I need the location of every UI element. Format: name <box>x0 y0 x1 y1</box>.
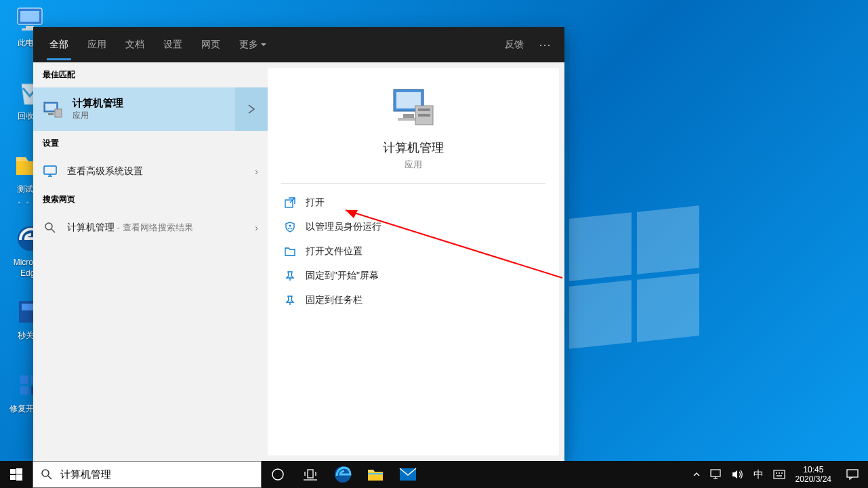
result-advanced-system-settings[interactable]: 查看高级系统设置 › <box>33 156 268 187</box>
search-input[interactable] <box>60 469 261 481</box>
result-computer-management[interactable]: 计算机管理 应用 <box>33 87 268 131</box>
open-icon <box>284 197 296 209</box>
shield-icon <box>284 221 296 233</box>
action-open-file-location[interactable]: 打开文件位置 <box>272 239 555 264</box>
chevron-right-icon: › <box>255 166 258 177</box>
result-web-search[interactable]: 计算机管理 - 查看网络搜索结果 › <box>33 212 268 243</box>
tray-ime-lang[interactable]: 中 <box>749 461 768 488</box>
action-run-as-admin[interactable]: 以管理员身份运行 <box>272 215 555 239</box>
category-web: 搜索网页 <box>33 187 268 212</box>
svg-rect-9 <box>20 386 28 394</box>
action-label: 固定到任务栏 <box>306 294 363 306</box>
search-icon <box>43 220 58 235</box>
svg-rect-48 <box>774 470 785 479</box>
pin-icon <box>284 270 296 282</box>
svg-rect-15 <box>44 166 56 174</box>
svg-line-19 <box>51 229 55 232</box>
action-open[interactable]: 打开 <box>272 190 555 215</box>
category-best-match: 最佳匹配 <box>33 62 268 87</box>
preview-actions: 打开 以管理员身份运行 打开文件位置 固定到"开始"屏幕 固定到任务栏 <box>268 184 559 319</box>
svg-rect-53 <box>847 470 858 477</box>
svg-point-28 <box>289 225 291 227</box>
feedback-button[interactable]: 反馈 <box>498 33 531 56</box>
svg-point-18 <box>45 223 52 230</box>
svg-rect-33 <box>10 475 16 480</box>
svg-rect-43 <box>368 473 383 474</box>
svg-point-37 <box>272 469 283 480</box>
svg-rect-32 <box>16 468 22 474</box>
preview-pane: 计算机管理 应用 打开 以管理员身份运行 打开文件位置 固定到 <box>268 68 559 455</box>
tab-docs[interactable]: 文档 <box>117 29 152 60</box>
svg-rect-7 <box>20 375 28 384</box>
search-tabs: 全部 应用 文档 设置 网页 更多 反馈 ⋯ <box>33 27 564 62</box>
taskbar-search[interactable] <box>33 461 262 488</box>
action-label: 打开文件位置 <box>306 245 363 258</box>
action-pin-to-start[interactable]: 固定到"开始"屏幕 <box>272 264 555 288</box>
tab-web[interactable]: 网页 <box>193 29 228 60</box>
clock-time: 10:45 <box>803 465 823 474</box>
svg-rect-22 <box>403 114 414 118</box>
pin-icon <box>284 294 296 306</box>
svg-rect-45 <box>711 470 720 476</box>
svg-point-50 <box>779 472 780 474</box>
svg-rect-14 <box>55 109 62 117</box>
svg-rect-34 <box>16 474 22 481</box>
chevron-right-icon: › <box>255 222 258 233</box>
taskbar-app-explorer[interactable] <box>359 461 392 488</box>
svg-point-35 <box>42 470 49 476</box>
computer-management-icon <box>43 99 63 119</box>
folder-icon <box>284 245 296 258</box>
search-icon <box>33 468 60 481</box>
tab-apps[interactable]: 应用 <box>79 29 115 60</box>
action-pin-to-taskbar[interactable]: 固定到任务栏 <box>272 288 555 312</box>
action-label: 打开 <box>306 197 325 209</box>
svg-line-36 <box>48 476 51 479</box>
results-list: 最佳匹配 计算机管理 应用 设置 查看高级系统设置 › 搜索网页 计算机管理 -… <box>33 62 268 461</box>
tray-clock[interactable]: 10:45 2020/3/24 <box>790 465 837 485</box>
svg-point-51 <box>781 472 783 474</box>
monitor-icon <box>43 164 58 179</box>
start-button[interactable] <box>0 461 33 488</box>
svg-rect-25 <box>418 108 430 111</box>
tray-network-icon[interactable] <box>705 461 727 488</box>
preview-subtitle: 应用 <box>405 159 422 171</box>
svg-rect-13 <box>48 113 54 115</box>
tray-overflow-button[interactable] <box>688 461 705 488</box>
svg-rect-38 <box>308 470 313 478</box>
svg-rect-26 <box>418 114 430 117</box>
tab-all[interactable]: 全部 <box>41 29 77 60</box>
action-center-button[interactable] <box>837 469 868 480</box>
taskbar: 中 10:45 2020/3/24 <box>0 461 868 488</box>
preview-title: 计算机管理 <box>383 140 444 156</box>
result-title: 计算机管理 <box>73 97 258 110</box>
search-panel: 全部 应用 文档 设置 网页 更多 反馈 ⋯ 最佳匹配 计算机管理 应用 设置 … <box>33 27 564 461</box>
expand-arrow-button[interactable] <box>235 87 268 131</box>
task-view-button[interactable] <box>294 461 327 488</box>
result-label: 查看高级系统设置 <box>67 165 143 178</box>
cortana-button[interactable] <box>262 461 294 488</box>
taskbar-app-edge[interactable] <box>327 461 359 488</box>
system-tray: 中 10:45 2020/3/24 <box>688 461 868 488</box>
result-subtitle: 应用 <box>73 110 258 121</box>
tab-more[interactable]: 更多 <box>231 29 274 60</box>
computer-management-icon <box>390 84 437 131</box>
category-settings: 设置 <box>33 131 268 156</box>
tray-volume-icon[interactable] <box>727 461 749 488</box>
clock-date: 2020/3/24 <box>795 474 831 484</box>
action-label: 以管理员身份运行 <box>306 221 381 233</box>
action-label: 固定到"开始"屏幕 <box>306 270 379 282</box>
tab-settings[interactable]: 设置 <box>155 29 190 60</box>
svg-point-49 <box>776 472 777 474</box>
tray-ime-keyboard-icon[interactable] <box>768 461 790 488</box>
taskbar-app-mail[interactable] <box>392 461 424 488</box>
svg-rect-31 <box>10 469 16 474</box>
result-label: 计算机管理 - 查看网络搜索结果 <box>67 222 193 234</box>
chevron-down-icon <box>261 43 266 46</box>
svg-rect-1 <box>20 11 39 22</box>
more-options-button[interactable]: ⋯ <box>533 32 556 58</box>
